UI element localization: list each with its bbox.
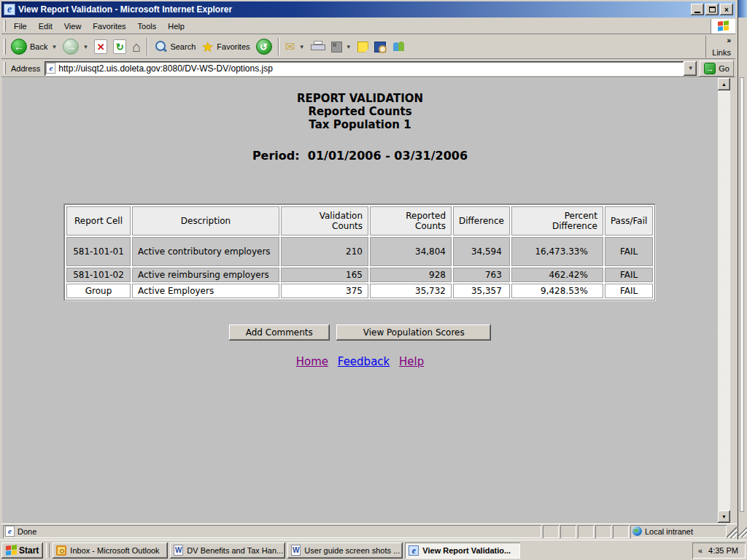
report-population: Tax Population 1 (2, 118, 718, 131)
cell-difference: 763 (453, 268, 510, 282)
vertical-scrollbar[interactable]: ▲ ▼ (718, 78, 730, 523)
status-pane-empty (560, 525, 576, 538)
status-pane-empty (595, 525, 611, 538)
col-validation-counts: Validation Counts (281, 206, 368, 236)
scroll-up-button[interactable]: ▲ (718, 78, 730, 90)
task-label: View Report Validatio... (422, 546, 511, 555)
background-window-scrollbar (740, 77, 744, 512)
address-dropdown-button[interactable]: ▼ (684, 61, 697, 76)
system-tray: « 4:35 PM (692, 542, 746, 559)
home-link[interactable]: Home (296, 355, 328, 368)
help-link[interactable]: Help (399, 355, 424, 368)
col-reported-counts: Reported Counts (370, 206, 452, 236)
task-ie-view-report[interactable]: e View Report Validatio... (405, 542, 520, 559)
research-icon (374, 42, 386, 52)
windows-logo-throbber (711, 19, 735, 34)
address-bar: Address e http://uisqt2.uis.doleta.gov:8… (1, 60, 735, 77)
home-button[interactable]: ⌂ (129, 36, 144, 57)
feedback-link[interactable]: Feedback (338, 355, 390, 368)
stop-button[interactable]: ✕ (91, 36, 110, 57)
table-row: 581-101-02 Active reimbursing employers … (66, 268, 653, 282)
cell-description: Active reimbursing employers (132, 268, 279, 282)
cell-pass-fail: FAIL (605, 237, 653, 266)
forward-button[interactable]: → ▼ (60, 36, 91, 57)
tray-chevron-icon[interactable]: « (698, 546, 703, 555)
task-word-user-guide[interactable]: W User guide screen shots ... (287, 542, 403, 559)
toolbar-grip[interactable] (4, 62, 6, 74)
favorites-button[interactable]: ★ Favorites (198, 36, 252, 57)
validation-table: Report Cell Description Validation Count… (64, 204, 655, 300)
background-window-edge[interactable] (738, 0, 747, 540)
research-button[interactable] (371, 36, 389, 57)
task-word-dv-benefits[interactable]: W DV Benefits and Tax Han... (170, 542, 285, 559)
cell-validation-counts: 375 (281, 284, 368, 298)
edit-button[interactable]: ▼ (328, 36, 355, 57)
taskbar-grip[interactable] (46, 543, 50, 558)
back-label: Back (30, 42, 47, 51)
ie-icon: e (4, 4, 15, 15)
start-button[interactable]: Start (1, 542, 43, 559)
menu-help[interactable]: Help (162, 20, 190, 33)
back-icon: ← (11, 39, 27, 55)
back-dropdown-icon[interactable]: ▼ (51, 44, 57, 50)
minimize-icon (694, 12, 700, 13)
go-label: Go (719, 64, 729, 73)
edit-dropdown-icon[interactable]: ▼ (346, 44, 352, 50)
address-input[interactable]: e http://uisqt2.uis.doleta.gov:8080/DV-W… (44, 61, 684, 76)
clock: 4:35 PM (708, 546, 738, 555)
menu-edit[interactable]: Edit (33, 20, 58, 33)
mail-button[interactable]: ✉ ▼ (282, 36, 308, 57)
discuss-icon (357, 42, 368, 52)
menu-file[interactable]: File (8, 20, 33, 33)
chevron-right-icon[interactable]: » (727, 36, 731, 44)
start-label: Start (19, 545, 39, 556)
messenger-icon (392, 41, 406, 52)
search-button[interactable]: Search (151, 36, 198, 57)
messenger-button[interactable] (389, 36, 409, 57)
maximize-button[interactable] (705, 4, 719, 15)
add-comments-button[interactable]: Add Comments (229, 324, 330, 341)
cell-validation-counts: 165 (281, 268, 368, 282)
window-title: View Report Validation - Microsoft Inter… (18, 4, 232, 15)
titlebar[interactable]: e View Report Validation - Microsoft Int… (1, 1, 735, 18)
forward-dropdown-icon[interactable]: ▼ (82, 44, 88, 50)
menu-view[interactable]: View (58, 20, 88, 33)
outlook-icon (56, 545, 66, 556)
menu-tools[interactable]: Tools (132, 20, 163, 33)
task-label: Inbox - Microsoft Outlook (70, 546, 159, 555)
cell-percent-difference: 462.42% (511, 268, 603, 282)
toolbar-grip[interactable] (4, 39, 6, 55)
forward-icon: → (63, 39, 79, 55)
refresh-button[interactable]: ↻ (110, 36, 129, 57)
go-button[interactable]: → Go (700, 61, 734, 77)
cell-percent-difference: 16,473.33% (511, 237, 603, 266)
report-title-block: REPORT VALIDATION Reported Counts Tax Po… (2, 92, 718, 131)
table-row-group: Group Active Employers 375 35,732 35,357… (66, 284, 653, 298)
go-arrow-icon: → (704, 63, 716, 74)
col-description: Description (132, 206, 279, 236)
mail-dropdown-icon[interactable]: ▼ (299, 44, 305, 50)
back-button[interactable]: ← Back ▼ (8, 36, 60, 57)
col-difference: Difference (453, 206, 510, 236)
mail-icon: ✉ (285, 39, 295, 55)
address-url: http://uisqt2.uis.doleta.gov:8080/DV-WS-… (58, 63, 273, 74)
scroll-down-button[interactable]: ▼ (718, 510, 730, 523)
page-ie-icon: e (46, 63, 55, 74)
resize-grip[interactable] (727, 525, 737, 538)
task-outlook[interactable]: Inbox - Microsoft Outlook (53, 542, 168, 559)
close-button[interactable]: × (720, 4, 733, 15)
zone-label: Local intranet (645, 527, 693, 536)
menu-favorites[interactable]: Favorites (87, 20, 131, 33)
discuss-button[interactable] (355, 36, 371, 57)
minimize-button[interactable] (691, 4, 704, 15)
menubar: File Edit View Favorites Tools Help (1, 18, 735, 34)
print-button[interactable] (308, 36, 328, 57)
history-button[interactable]: ↺ (253, 36, 275, 57)
browser-viewport: REPORT VALIDATION Reported Counts Tax Po… (2, 78, 718, 523)
view-population-scores-button[interactable]: View Population Scores (336, 324, 491, 341)
links-bar[interactable]: » Links (705, 36, 735, 58)
search-label: Search (170, 42, 196, 51)
cell-reported-counts: 35,732 (370, 284, 452, 298)
intranet-globe-icon (632, 526, 642, 536)
toolbar-grip[interactable] (4, 20, 6, 31)
